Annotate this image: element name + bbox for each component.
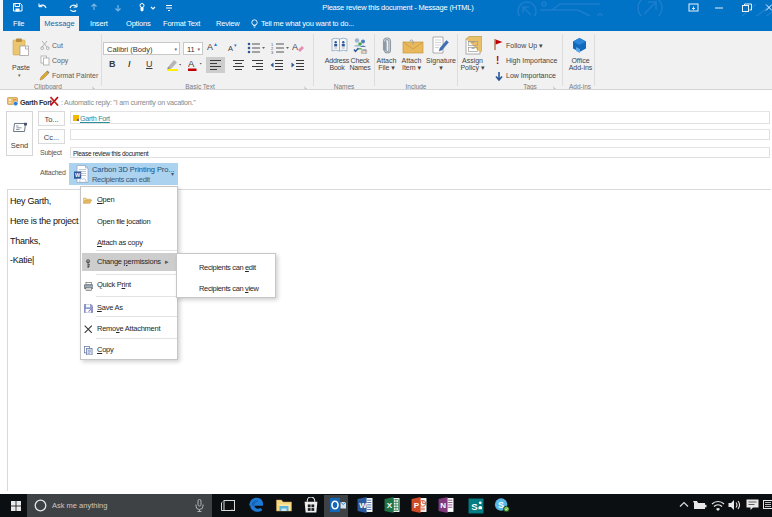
svg-text:A: A	[292, 42, 298, 52]
svg-text:N: N	[440, 501, 446, 510]
svg-text:W: W	[359, 501, 367, 510]
svg-text:W: W	[75, 172, 81, 178]
svg-text:P: P	[414, 501, 420, 510]
svg-text:3: 3	[271, 50, 274, 55]
svg-text:X: X	[387, 501, 393, 510]
svg-text:@: @	[361, 48, 368, 55]
svg-text:S: S	[498, 500, 504, 510]
svg-text:A: A	[188, 58, 195, 69]
svg-text:S: S	[471, 501, 478, 512]
